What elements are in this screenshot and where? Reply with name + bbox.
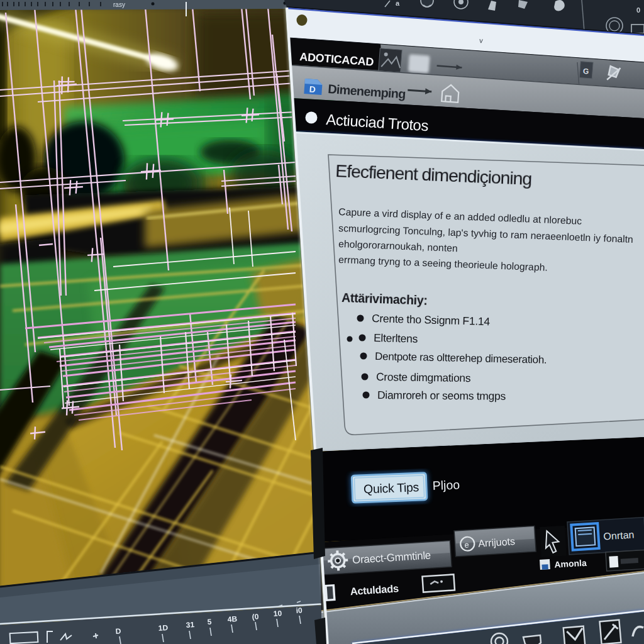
svg-text:5: 5 (207, 618, 212, 626)
svg-text:Quick Tips: Quick Tips (364, 480, 419, 496)
svg-text:Arrijuots: Arrijuots (478, 536, 516, 549)
svg-text:a: a (396, 0, 400, 7)
svg-text:D: D (115, 626, 121, 636)
svg-text:10: 10 (273, 609, 282, 618)
svg-text:Diamroreh or seoms tmgps: Diamroreh or seoms tmgps (377, 389, 506, 402)
svg-text:G: G (583, 67, 589, 76)
svg-text:Onrtan: Onrtan (603, 530, 635, 542)
svg-text:31: 31 (186, 620, 195, 630)
svg-text:1D: 1D (158, 623, 169, 633)
svg-text:rasy: rasy (113, 1, 125, 8)
svg-text:i0: i0 (296, 606, 303, 615)
svg-text:(0: (0 (252, 612, 259, 621)
svg-text:Amonla: Amonla (554, 558, 587, 570)
svg-text:0: 0 (636, 6, 640, 14)
svg-text:D: D (309, 84, 316, 95)
svg-text:e: e (464, 540, 469, 550)
svg-text:4B: 4B (227, 614, 238, 624)
svg-text:Pljoo: Pljoo (432, 477, 460, 492)
svg-text:Elterltens: Elterltens (374, 331, 418, 345)
svg-text:Croste dimgmations: Croste dimgmations (376, 370, 471, 384)
